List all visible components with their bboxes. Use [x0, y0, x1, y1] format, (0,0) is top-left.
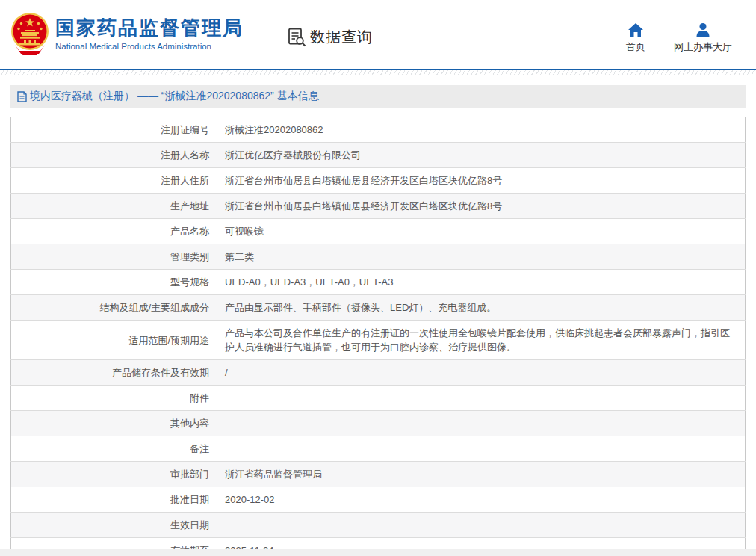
row-value: 可视喉镜 [217, 219, 746, 244]
table-row: 结构及组成/主要组成成分 产品由显示部件、手柄部件（摄像头、LED灯）、充电器组… [11, 295, 746, 321]
user-icon [695, 22, 711, 37]
row-label: 适用范围/预期用途 [11, 321, 217, 360]
row-label: 注册证编号 [11, 117, 217, 143]
row-label: 结构及组成/主要组成成分 [11, 295, 217, 321]
header-nav: 首页 网上办事大厅 [626, 22, 746, 54]
table-row: 附件 [11, 386, 746, 411]
row-value: / [217, 360, 746, 386]
table-row: 型号规格 UED-A0，UED-A3，UET-A0，UET-A3 [11, 270, 746, 295]
table-row: 产品储存条件及有效期 / [11, 360, 746, 386]
row-value [217, 386, 746, 411]
main-content: 境内医疗器械（注册） —— “浙械注准20202080862” 基本信息 注册证… [10, 85, 746, 556]
row-label: 注册人名称 [11, 143, 217, 168]
table-row: 其他内容 [11, 411, 746, 436]
nav-home-label: 首页 [626, 40, 645, 54]
row-label: 产品名称 [11, 219, 217, 244]
brand-logo[interactable]: 国家药品监督管理局 National Medical Products Admi… [10, 12, 244, 57]
hatch-strip [0, 70, 756, 75]
row-value [217, 436, 746, 462]
row-label: 其他内容 [11, 411, 217, 436]
row-label: 生效日期 [11, 513, 217, 538]
nav-service-hall[interactable]: 网上办事大厅 [674, 22, 732, 54]
row-value: 浙江优亿医疗器械股份有限公司 [217, 143, 746, 168]
row-value: 2020-12-02 [217, 487, 746, 513]
page-title: 境内医疗器械（注册） —— “浙械注准20202080862” 基本信息 [30, 90, 319, 103]
national-emblem-icon [10, 12, 49, 57]
nav-service-hall-label: 网上办事大厅 [674, 40, 732, 54]
table-row: 生产地址 浙江省台州市仙居县白塔镇仙居县经济开发区白塔区块优亿路8号 [11, 194, 746, 219]
row-value: 产品与本公司及合作单位生产的有注册证的一次性使用全包喉镜片配套使用，供临床挑起患… [217, 321, 746, 360]
table-row: 审批部门 浙江省药品监督管理局 [11, 462, 746, 487]
row-value: 产品由显示部件、手柄部件（摄像头、LED灯）、充电器组成。 [217, 295, 746, 321]
table-row: 生效日期 [11, 513, 746, 538]
table-row: 备注 [11, 436, 746, 462]
table-row: 批准日期 2020-12-02 [11, 487, 746, 513]
table-row: 注册人名称 浙江优亿医疗器械股份有限公司 [11, 143, 746, 168]
org-name-en: National Medical Products Administration [55, 40, 244, 52]
row-value: 第二类 [217, 244, 746, 270]
header: 国家药品监督管理局 National Medical Products Admi… [0, 0, 756, 69]
row-value: UED-A0，UED-A3，UET-A0，UET-A3 [217, 270, 746, 295]
footer-strip [0, 549, 756, 556]
nav-home[interactable]: 首页 [626, 22, 645, 54]
row-value: 浙械注准20202080862 [217, 117, 746, 143]
row-label: 产品储存条件及有效期 [11, 360, 217, 386]
row-label: 批准日期 [11, 487, 217, 513]
row-label: 管理类别 [11, 244, 217, 270]
row-label: 附件 [11, 386, 217, 411]
table-row: 产品名称 可视喉镜 [11, 219, 746, 244]
row-value [217, 513, 746, 538]
registration-info-table: 注册证编号 浙械注准20202080862 注册人名称 浙江优亿医疗器械股份有限… [10, 117, 746, 556]
row-value: 浙江省台州市仙居县白塔镇仙居县经济开发区白塔区块优亿路8号 [217, 194, 746, 219]
row-value [217, 411, 746, 436]
table-row: 适用范围/预期用途 产品与本公司及合作单位生产的有注册证的一次性使用全包喉镜片配… [11, 321, 746, 360]
data-query-label: 数据查询 [310, 27, 373, 47]
row-label: 注册人住所 [11, 168, 217, 194]
row-label: 备注 [11, 436, 217, 462]
data-query-section[interactable]: 数据查询 [287, 27, 373, 47]
document-icon [17, 91, 27, 102]
page-title-bar: 境内医疗器械（注册） —— “浙械注准20202080862” 基本信息 [10, 85, 746, 108]
row-label: 生产地址 [11, 194, 217, 219]
org-name-zh: 国家药品监督管理局 [55, 16, 244, 39]
row-value: 浙江省药品监督管理局 [217, 462, 746, 487]
row-label: 型号规格 [11, 270, 217, 295]
table-row: 管理类别 第二类 [11, 244, 746, 270]
table-row: 注册人住所 浙江省台州市仙居县白塔镇仙居县经济开发区白塔区块优亿路8号 [11, 168, 746, 194]
row-value: 浙江省台州市仙居县白塔镇仙居县经济开发区白塔区块优亿路8号 [217, 168, 746, 194]
home-icon [628, 22, 644, 37]
row-label: 审批部门 [11, 462, 217, 487]
data-query-icon [287, 27, 307, 47]
table-row: 注册证编号 浙械注准20202080862 [11, 117, 746, 143]
